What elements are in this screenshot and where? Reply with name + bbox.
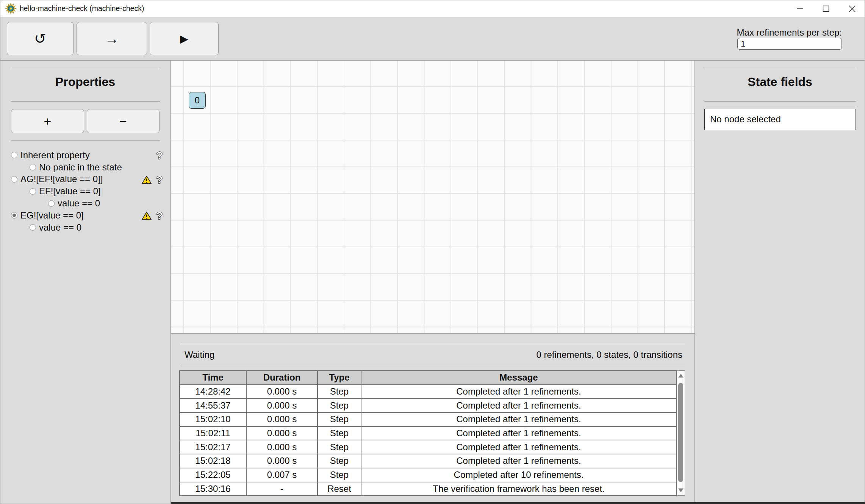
run-button[interactable]: ▶ <box>150 22 219 55</box>
reset-icon: ↺ <box>34 30 46 47</box>
radio-button[interactable] <box>48 200 55 207</box>
scrollbar-thumb[interactable] <box>678 383 683 482</box>
scroll-down-button[interactable] <box>677 486 685 495</box>
help-icon[interactable]: ? <box>155 210 164 222</box>
log-row[interactable]: 14:28:42 0.000 s Step Completed after 1 … <box>180 385 676 399</box>
divider <box>704 101 856 102</box>
radio-button-selected[interactable] <box>11 212 17 218</box>
radio-button[interactable] <box>30 188 36 195</box>
divider <box>11 69 160 69</box>
caption-buttons <box>787 0 865 17</box>
radio-button[interactable] <box>30 164 36 170</box>
play-icon: ▶ <box>180 33 188 45</box>
divider <box>704 69 856 69</box>
window-title: hello-machine-check (machine-check) <box>20 0 144 17</box>
radio-button[interactable] <box>11 176 17 183</box>
toolbar: ↺ → ▶ Max refinements per step: <box>0 17 865 61</box>
log-row[interactable]: 15:02:17 0.000 s Step Completed after 1 … <box>180 440 676 454</box>
status-log-panel: Waiting 0 refinements, 0 states, 0 trans… <box>171 333 695 504</box>
help-icon[interactable]: ? <box>155 150 164 162</box>
property-row-ag-ef[interactable]: AG![EF![value == 0]] ? <box>0 173 171 186</box>
log-table: Time Duration Type Message 14:28:42 0.00… <box>179 370 677 496</box>
properties-panel: Properties + − Inherent property ? No pa… <box>0 61 171 504</box>
properties-title: Properties <box>0 75 170 89</box>
step-arrow-icon: → <box>105 31 119 47</box>
step-button[interactable]: → <box>77 22 147 55</box>
scroll-up-button[interactable] <box>677 371 685 380</box>
divider <box>181 344 685 344</box>
window-bottom-edge <box>171 502 865 504</box>
warning-icon <box>142 175 152 184</box>
add-property-button[interactable]: + <box>11 109 84 133</box>
property-row-eg[interactable]: EG![value == 0] ? <box>0 209 171 222</box>
scroll-down-icon <box>678 488 684 492</box>
help-icon[interactable]: ? <box>155 174 164 186</box>
no-node-selected-box: No node selected <box>704 109 856 130</box>
close-icon <box>847 4 857 14</box>
app-window: hello-machine-check (machine-check) ↺ → … <box>0 0 865 504</box>
radio-button[interactable] <box>30 224 36 231</box>
log-row[interactable]: 14:55:37 0.000 s Step Completed after 1 … <box>180 398 676 412</box>
warning-icon <box>142 211 152 220</box>
titlebar: hello-machine-check (machine-check) <box>0 0 865 17</box>
property-row-ef-value[interactable]: value == 0 <box>0 197 171 209</box>
log-header-row: Time Duration Type Message <box>180 371 676 385</box>
log-scrollbar[interactable] <box>677 370 685 496</box>
status-summary: 0 refinements, 0 states, 0 transitions <box>536 350 682 360</box>
column-header-time: Time <box>180 371 246 385</box>
radio-button[interactable] <box>11 152 17 158</box>
log-row[interactable]: 15:22:05 0.007 s Step Completed after 10… <box>180 468 676 482</box>
maximize-button[interactable] <box>813 0 839 17</box>
close-button[interactable] <box>839 0 865 17</box>
remove-property-button[interactable]: − <box>87 109 160 133</box>
max-refinements-label: Max refinements per step: <box>737 27 842 38</box>
state-fields-panel: State fields No node selected <box>695 61 865 504</box>
scroll-up-icon <box>678 374 684 378</box>
property-row-eg-value[interactable]: value == 0 <box>0 222 171 234</box>
svg-text:?: ? <box>156 150 163 161</box>
minimize-button[interactable] <box>787 0 813 17</box>
reset-button[interactable]: ↺ <box>7 22 74 55</box>
column-header-duration: Duration <box>246 371 318 385</box>
column-header-type: Type <box>318 371 361 385</box>
app-logo-icon <box>5 3 17 14</box>
property-row-ef[interactable]: EF![value == 0] <box>0 185 171 197</box>
graph-node-0[interactable]: 0 <box>189 92 206 109</box>
property-tree: Inherent property ? No panic in the stat… <box>0 149 171 234</box>
status-state: Waiting <box>185 350 214 360</box>
divider <box>11 101 160 102</box>
divider <box>181 365 685 365</box>
svg-text:?: ? <box>156 174 163 186</box>
log-row[interactable]: 15:02:18 0.000 s Step Completed after 1 … <box>180 454 676 468</box>
svg-text:?: ? <box>156 210 163 222</box>
property-row-no-panic[interactable]: No panic in the state <box>0 161 171 173</box>
property-row-inherent[interactable]: Inherent property ? <box>0 149 171 161</box>
max-refinements-input[interactable] <box>737 38 842 50</box>
column-header-message: Message <box>361 371 676 385</box>
log-row[interactable]: 15:02:11 0.000 s Step Completed after 1 … <box>180 426 676 440</box>
log-row[interactable]: 15:02:10 0.000 s Step Completed after 1 … <box>180 412 676 426</box>
minimize-icon <box>795 4 805 14</box>
log-row[interactable]: 15:30:16 - Reset The verification framew… <box>180 482 676 496</box>
maximize-icon <box>821 4 831 14</box>
divider <box>11 140 160 140</box>
state-fields-title: State fields <box>695 75 865 89</box>
graph-canvas[interactable]: 0 <box>171 61 695 333</box>
